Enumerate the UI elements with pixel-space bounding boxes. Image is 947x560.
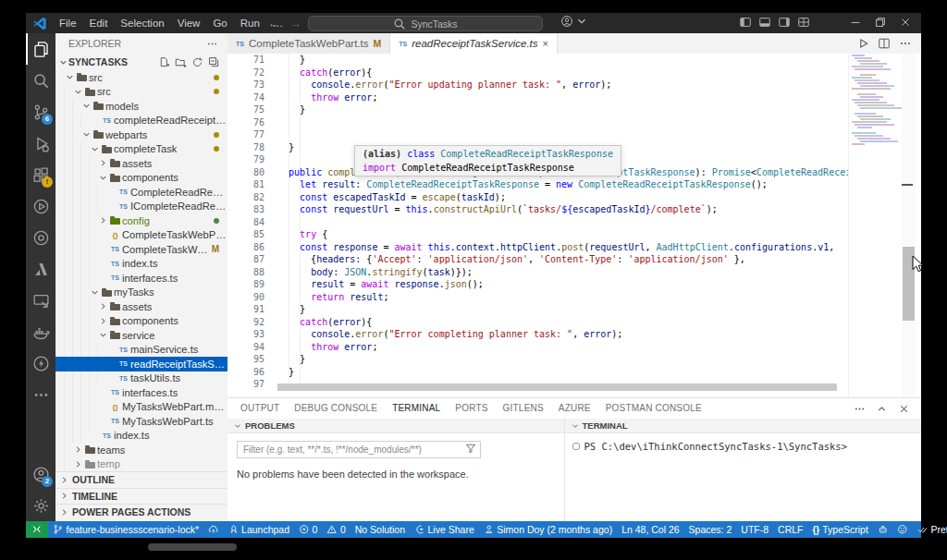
status-prettier[interactable]: Prettier bbox=[913, 521, 947, 538]
activity-extensions[interactable]: ! bbox=[26, 159, 55, 190]
tree-item-components[interactable]: components bbox=[55, 314, 228, 329]
status-git-branch[interactable]: feature-businessscenario-lock* bbox=[48, 521, 203, 538]
code-line[interactable]: 77 bbox=[228, 128, 848, 141]
status-eol[interactable]: CRLF bbox=[773, 521, 807, 538]
tree-item-models[interactable]: models bbox=[55, 99, 228, 114]
line-number[interactable]: 80 bbox=[228, 166, 277, 179]
line-number[interactable]: 93 bbox=[228, 328, 277, 341]
activity-additional-views[interactable] bbox=[26, 379, 55, 410]
code-lines[interactable]: 71 }72 catch(error){73 console.error("Er… bbox=[228, 54, 848, 391]
code-line[interactable]: 88 body: JSON.stringify(task)}); bbox=[228, 266, 848, 279]
tree-root-synctasks[interactable]: SYNCTASKS bbox=[55, 54, 228, 70]
play-icon[interactable] bbox=[856, 37, 869, 50]
tree-item-temp[interactable]: temp bbox=[55, 457, 228, 472]
panel-tab-terminal[interactable]: TERMINAL bbox=[392, 398, 440, 420]
status-indentation[interactable]: Spaces: 2 bbox=[684, 521, 737, 538]
problems-filter-input[interactable] bbox=[237, 441, 481, 458]
line-number[interactable]: 86 bbox=[228, 241, 277, 254]
section-timeline[interactable]: TIMELINE bbox=[55, 488, 228, 505]
code-line[interactable]: 90 return result; bbox=[228, 291, 848, 304]
code-line[interactable]: 94 throw error; bbox=[228, 341, 848, 354]
editor-horizontal-scrollbar[interactable] bbox=[277, 383, 837, 391]
code-editor[interactable]: 71 }72 catch(error){73 console.error("Er… bbox=[228, 54, 921, 397]
new-folder-icon[interactable] bbox=[175, 56, 187, 68]
activity-source-control[interactable]: 6 bbox=[26, 96, 55, 128]
activity-run-and-debug[interactable] bbox=[26, 128, 55, 159]
tree-item-webparts[interactable]: webparts bbox=[55, 128, 228, 142]
menu-go[interactable]: Go bbox=[206, 18, 233, 29]
more-actions-icon[interactable] bbox=[854, 403, 866, 415]
line-number[interactable]: 78 bbox=[228, 141, 277, 154]
new-file-icon[interactable] bbox=[158, 56, 170, 68]
line-number[interactable]: 97 bbox=[228, 378, 277, 391]
panel-tab-output[interactable]: OUTPUT bbox=[240, 398, 279, 420]
line-number[interactable]: 88 bbox=[228, 266, 277, 279]
more-actions-icon[interactable] bbox=[899, 37, 912, 50]
maximize-icon[interactable] bbox=[874, 16, 887, 29]
refresh-icon[interactable] bbox=[191, 56, 203, 68]
line-number[interactable]: 85 bbox=[228, 228, 277, 241]
code-line[interactable]: 92 catch(error){ bbox=[228, 316, 848, 329]
activity-search[interactable] bbox=[26, 65, 55, 96]
line-number[interactable]: 74 bbox=[228, 91, 277, 104]
code-line[interactable]: 96 } bbox=[228, 366, 848, 379]
code-line[interactable]: 71 } bbox=[228, 54, 848, 67]
activity-azure[interactable] bbox=[26, 253, 55, 285]
line-number[interactable]: 79 bbox=[228, 153, 277, 166]
menu-run[interactable]: Run bbox=[234, 18, 266, 29]
toggle-secondary-sidebar-icon[interactable] bbox=[778, 16, 791, 29]
panel-tab-postman-console[interactable]: POSTMAN CONSOLE bbox=[606, 398, 702, 420]
close-tab-icon[interactable]: × bbox=[543, 38, 548, 49]
activity-explorer[interactable] bbox=[26, 33, 55, 65]
code-line[interactable]: 87 {headers: {'Accept': 'application/jso… bbox=[228, 253, 848, 266]
filter-icon[interactable] bbox=[465, 443, 476, 454]
more-actions-icon[interactable] bbox=[206, 38, 218, 50]
tree-item-service[interactable]: service bbox=[55, 328, 228, 343]
status-warnings[interactable]: 0 bbox=[322, 521, 350, 538]
code-line[interactable]: 95 } bbox=[228, 353, 848, 366]
close-icon[interactable] bbox=[899, 16, 912, 29]
close-panel-icon[interactable] bbox=[898, 403, 910, 415]
line-number[interactable]: 81 bbox=[228, 178, 277, 191]
editor-vertical-scrollbar[interactable] bbox=[902, 54, 916, 397]
line-number[interactable]: 76 bbox=[228, 116, 277, 129]
activity-power-platform[interactable] bbox=[26, 347, 55, 379]
code-line[interactable]: 81 let result: CompleteReadReceiptTaskRe… bbox=[228, 178, 848, 191]
terminal-prompt[interactable]: PS C:\dev\iThinkConnectSyncTasks-1\SyncT… bbox=[584, 441, 847, 452]
line-number[interactable]: 83 bbox=[228, 203, 277, 216]
tree-item-interfaces-ts[interactable]: TSinterfaces.ts bbox=[55, 271, 228, 286]
profile-menu[interactable] bbox=[560, 15, 588, 28]
line-number[interactable]: 84 bbox=[228, 216, 277, 229]
line-number[interactable]: 94 bbox=[228, 341, 277, 354]
tree-item-assets[interactable]: assets bbox=[55, 299, 228, 314]
code-line[interactable]: 89 result = await response.json(); bbox=[228, 278, 848, 291]
code-line[interactable]: 91 } bbox=[228, 303, 848, 316]
code-line[interactable]: 74 throw error; bbox=[228, 91, 848, 104]
tree-item-completetaskwebpa-[interactable]: TSCompleteTaskWebPa...M bbox=[55, 242, 228, 257]
tree-item-completereadreceipttask-ts[interactable]: TScompleteReadReceiptTask.ts bbox=[55, 114, 228, 128]
minimize-icon[interactable] bbox=[849, 16, 862, 29]
panel-tab-gitlens[interactable]: GITLENS bbox=[503, 398, 544, 420]
activity-accounts[interactable]: 2 bbox=[26, 458, 55, 490]
code-line[interactable]: 83 const requestUrl = this.constructApiU… bbox=[228, 203, 848, 216]
tree-item-src[interactable]: src bbox=[55, 85, 228, 100]
chevron-up-icon[interactable] bbox=[876, 403, 888, 415]
line-number[interactable]: 89 bbox=[228, 278, 277, 291]
toggle-panel-icon[interactable] bbox=[758, 16, 771, 29]
customize-layout-icon[interactable] bbox=[797, 16, 810, 29]
line-number[interactable]: 91 bbox=[228, 303, 277, 316]
line-number[interactable]: 75 bbox=[228, 103, 277, 116]
tree-item-components[interactable]: components bbox=[55, 171, 228, 186]
status-cursor-position[interactable]: Ln 48, Col 26 bbox=[617, 521, 683, 538]
tree-item-mytasks[interactable]: myTasks bbox=[55, 286, 228, 300]
tree-item-interfaces-ts[interactable]: TSinterfaces.ts bbox=[55, 385, 228, 400]
terminal-header[interactable]: TERMINAL bbox=[565, 419, 921, 433]
menu-file[interactable]: File bbox=[53, 18, 83, 29]
terminal-pane[interactable]: TERMINAL PS C:\dev\iThinkConnectSyncTask… bbox=[564, 419, 921, 522]
line-number[interactable]: 77 bbox=[228, 128, 277, 141]
panel-tab-azure[interactable]: AZURE bbox=[559, 398, 591, 420]
activity-test-explorer[interactable] bbox=[26, 190, 55, 222]
line-number[interactable]: 73 bbox=[228, 79, 277, 91]
status-solution-status[interactable]: No Solution bbox=[351, 521, 410, 538]
status-gitlens-blame[interactable]: Simon Doy (2 months ago) bbox=[479, 521, 617, 538]
